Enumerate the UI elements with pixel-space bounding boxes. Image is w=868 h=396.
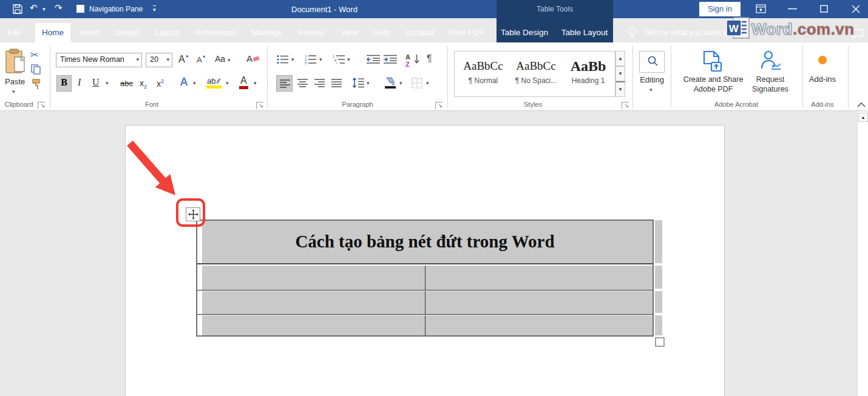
editing-chevron-icon[interactable]: ▾: [649, 87, 653, 93]
maximize-button[interactable]: [820, 5, 828, 13]
font-color-chevron-icon[interactable]: ▾: [254, 80, 257, 86]
table-header-cell[interactable]: Cách tạo bảng nét đứt trong Word: [197, 232, 653, 252]
style-heading1[interactable]: AaBb Heading 1: [563, 56, 613, 85]
align-left-button[interactable]: [276, 75, 293, 92]
superscript-button[interactable]: x2: [157, 78, 164, 89]
create-pdf-icon[interactable]: [703, 50, 723, 72]
bullet-list-icon[interactable]: [277, 55, 289, 64]
text-effects-chevron-icon[interactable]: ▾: [193, 80, 196, 86]
tab-references[interactable]: References: [193, 23, 238, 42]
increase-indent-icon[interactable]: [384, 55, 397, 64]
table-row[interactable]: [197, 315, 653, 335]
shading-button[interactable]: [384, 76, 397, 89]
font-size-combobox[interactable]: 20▾: [146, 53, 172, 67]
bold-button[interactable]: B: [56, 75, 72, 92]
justify-button[interactable]: [331, 79, 342, 87]
vertical-scrollbar[interactable]: ▲: [857, 112, 868, 396]
text-highlight-chevron-icon[interactable]: ▾: [226, 80, 229, 86]
align-right-button[interactable]: [314, 79, 325, 87]
shading-chevron-icon[interactable]: ▾: [399, 80, 402, 86]
underline-chevron-icon[interactable]: ▾: [106, 80, 109, 86]
create-pdf-button[interactable]: Create and Share Adobe PDF: [676, 75, 751, 94]
numbered-list-chevron-icon[interactable]: ▾: [319, 56, 322, 62]
font-size-chevron-icon[interactable]: ▾: [166, 56, 169, 62]
align-center-button[interactable]: [297, 79, 308, 87]
underline-button[interactable]: U: [92, 77, 100, 88]
qat-customize-icon[interactable]: ▾: [153, 5, 156, 13]
sign-in-button[interactable]: Sign in: [699, 2, 741, 16]
table-row[interactable]: [197, 291, 653, 315]
collapse-ribbon-icon[interactable]: [856, 102, 866, 108]
bullet-list-chevron-icon[interactable]: ▾: [291, 56, 294, 62]
subscript-button[interactable]: x2: [140, 78, 147, 90]
numbered-list-icon[interactable]: 123: [305, 54, 317, 64]
copy-icon[interactable]: [31, 64, 41, 75]
table-resize-handle[interactable]: [655, 337, 665, 347]
addins-icon[interactable]: [818, 56, 827, 64]
tab-table-design[interactable]: Table Design: [500, 23, 549, 42]
borders-button[interactable]: [412, 78, 422, 89]
multilevel-list-chevron-icon[interactable]: ▾: [347, 56, 350, 62]
save-icon[interactable]: [13, 4, 22, 14]
tab-home[interactable]: Home: [35, 23, 70, 42]
redo-icon[interactable]: ↷: [55, 4, 63, 12]
tab-view[interactable]: View: [336, 23, 362, 42]
italic-button[interactable]: I: [78, 77, 81, 88]
style-no-spacing[interactable]: AaBbCc ¶ No Spaci...: [510, 56, 562, 85]
decrease-indent-icon[interactable]: [367, 55, 380, 64]
table-row[interactable]: [197, 266, 653, 290]
paste-button-label[interactable]: Paste: [5, 77, 25, 86]
line-spacing-chevron-icon[interactable]: ▾: [367, 80, 370, 86]
undo-chevron-icon[interactable]: ▾: [42, 6, 46, 12]
line-spacing-button[interactable]: [352, 78, 364, 88]
shrink-font-button[interactable]: A▼: [197, 55, 206, 64]
tab-acrobat[interactable]: Acrobat: [402, 23, 437, 42]
tab-mailings[interactable]: Mailings: [246, 23, 287, 42]
paste-icon[interactable]: [5, 49, 28, 75]
dialog-launcher-icon[interactable]: ↘: [622, 102, 629, 109]
addins-button[interactable]: Add-ins: [804, 75, 841, 84]
table-header-row[interactable]: Cách tạo bảng nét đứt trong Word: [197, 221, 653, 264]
tab-foxit-pdf[interactable]: Foxit PDF: [446, 23, 487, 42]
font-name-combobox[interactable]: Times New Roman▾: [56, 53, 142, 67]
clear-formatting-button[interactable]: A: [246, 53, 260, 64]
editing-button[interactable]: [639, 51, 665, 73]
multilevel-list-icon[interactable]: 1ai: [333, 54, 345, 64]
tab-design[interactable]: Design: [110, 23, 143, 42]
format-painter-icon[interactable]: [32, 79, 41, 90]
close-button[interactable]: [852, 5, 860, 13]
paste-chevron-icon[interactable]: ▾: [12, 89, 15, 95]
tab-table-layout[interactable]: Table Layout: [558, 23, 611, 42]
ribbon-display-options-icon[interactable]: [756, 4, 766, 14]
change-case-button[interactable]: Aa ▾: [215, 54, 231, 64]
sort-button[interactable]: AZ: [405, 53, 410, 68]
scroll-up-button[interactable]: ▲: [858, 113, 868, 122]
request-signatures-button[interactable]: Request Signatures: [742, 75, 798, 94]
tab-review[interactable]: Review: [295, 23, 328, 42]
dialog-launcher-icon[interactable]: ↘: [38, 102, 45, 109]
font-color-button[interactable]: A: [239, 75, 248, 89]
show-paragraph-marks-button[interactable]: ¶: [427, 53, 432, 64]
text-highlight-button[interactable]: ab: [206, 76, 222, 89]
dialog-launcher-icon[interactable]: ↘: [256, 102, 263, 109]
strikethrough-button[interactable]: abc: [120, 79, 133, 88]
tab-file[interactable]: File: [0, 23, 28, 42]
cut-icon[interactable]: ✂: [30, 49, 38, 61]
tab-insert[interactable]: Insert: [74, 23, 104, 42]
minimize-button[interactable]: [788, 8, 797, 10]
undo-icon[interactable]: ↶: [30, 4, 38, 12]
font-name-chevron-icon[interactable]: ▾: [136, 56, 139, 62]
navigation-pane-checkbox[interactable]: [76, 5, 84, 13]
styles-more-button[interactable]: ▼: [615, 81, 625, 97]
borders-chevron-icon[interactable]: ▾: [426, 80, 429, 86]
styles-scroll-up-button[interactable]: ▲: [615, 51, 625, 66]
dialog-launcher-icon[interactable]: ↘: [435, 102, 442, 109]
tab-layout[interactable]: Layout: [151, 23, 185, 42]
grow-font-button[interactable]: A▲: [178, 53, 189, 65]
style-normal[interactable]: AaBbCc ¶ Normal: [458, 56, 509, 85]
tab-help[interactable]: Help: [369, 23, 395, 42]
editing-button-label[interactable]: Editing: [635, 75, 669, 84]
styles-scroll-down-button[interactable]: ▼: [615, 66, 625, 81]
text-effects-button[interactable]: A: [180, 76, 188, 89]
request-signatures-icon[interactable]: [760, 50, 782, 72]
